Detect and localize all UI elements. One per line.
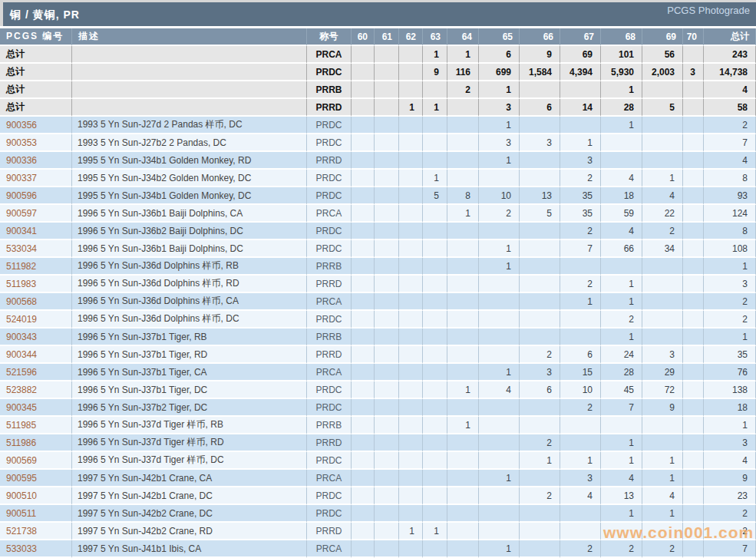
pcgs-number-link[interactable]: 511985	[6, 420, 36, 431]
grade-62-cell	[399, 205, 423, 223]
pcgs-number-link[interactable]: 511983	[6, 279, 36, 289]
designation-cell: PRRB	[307, 81, 352, 99]
header-designation: 称号	[307, 28, 352, 46]
grade-69-cell	[642, 329, 683, 346]
header-grade-62: 62	[399, 28, 423, 46]
pcgs-number-link[interactable]: 900596	[6, 190, 37, 201]
table-row: 9005971996 5 Yn Sun-J36b1 Baiji Dolphins…	[0, 205, 756, 223]
pcgs-number-cell: 900569	[0, 452, 72, 470]
designation-cell: PRDC	[307, 505, 352, 523]
pcgs-number-link[interactable]: 521738	[6, 526, 37, 537]
coin-description: 1996 5 Yn Sun-J37b2 Tiger, DC	[72, 399, 307, 417]
grade-68-cell: 1	[601, 117, 642, 134]
summary-label: 总计	[0, 46, 72, 64]
pcgs-photograde-link[interactable]: PCGS Photograde	[667, 5, 750, 16]
grade-70-cell	[683, 452, 704, 470]
pcgs-number-link[interactable]: 900569	[6, 455, 37, 466]
coin-description: 1996 5 Yn Sun-J36b1 Baiji Dolphins, DC	[72, 240, 307, 258]
grade-63-cell: 5	[423, 187, 447, 205]
grade-65-cell: 3	[479, 134, 520, 152]
header-pcgs-number: PCGS 编号	[0, 28, 72, 46]
pcgs-number-link[interactable]: 900344	[6, 349, 37, 360]
grade-70-cell	[683, 205, 704, 223]
grade-68-cell: 1	[601, 81, 642, 99]
coin-description: 1996 5 Yn Sun-J37b1 Tiger, RB	[72, 329, 307, 346]
designation-cell: PRDC	[307, 311, 352, 329]
pcgs-number-link[interactable]: 521596	[6, 367, 37, 378]
pcgs-number-cell: 533034	[0, 240, 72, 258]
pcgs-number-link[interactable]: 900510	[6, 490, 37, 501]
grade-70-cell	[683, 399, 704, 417]
designation-cell: PRRB	[307, 417, 352, 434]
grade-64-cell	[447, 329, 479, 346]
pcgs-number-link[interactable]: 533034	[6, 243, 37, 254]
grade-61-cell	[375, 346, 399, 364]
pcgs-number-cell: 524019	[0, 311, 72, 329]
grade-65-cell	[479, 346, 520, 364]
grade-61-cell	[375, 81, 399, 99]
pcgs-number-link[interactable]: 900336	[6, 155, 37, 166]
grade-60-cell	[352, 46, 375, 64]
pcgs-number-link[interactable]: 900345	[6, 402, 37, 413]
grade-62-cell	[399, 170, 423, 187]
designation-cell: PRRD	[307, 434, 352, 452]
pcgs-number-link[interactable]: 523882	[6, 385, 37, 395]
grade-67-cell: 35	[560, 205, 601, 223]
grade-64-cell	[447, 152, 479, 170]
coin-description: 1995 5 Yn Sun-J34b2 Golden Monkey, DC	[72, 170, 307, 187]
pcgs-number-link[interactable]: 511986	[6, 437, 36, 448]
grade-63-cell	[423, 364, 447, 381]
grade-61-cell	[375, 205, 399, 223]
grade-65-cell: 1	[479, 470, 520, 487]
grade-62-cell	[399, 134, 423, 152]
coin-description: 1996 5 Yn Sun-J36b1 Baiji Dolphins, CA	[72, 205, 307, 223]
title-bar: 铜 / 黄铜, PR PCGS Photograde	[0, 0, 756, 26]
pcgs-number-cell: 523882	[0, 381, 72, 399]
pcgs-number-link[interactable]: 900356	[6, 120, 37, 130]
grade-60-cell	[352, 258, 375, 276]
pcgs-number-link[interactable]: 900597	[6, 208, 37, 219]
grade-60-cell	[352, 452, 375, 470]
grade-65-cell	[479, 399, 520, 417]
designation-cell: PRDC	[307, 381, 352, 399]
designation-cell: PRDC	[307, 170, 352, 187]
pcgs-number-link[interactable]: 900511	[6, 508, 36, 519]
pcgs-number-link[interactable]: 533033	[6, 543, 37, 554]
pcgs-number-link[interactable]: 900341	[6, 226, 37, 236]
designation-cell: PRCA	[307, 293, 352, 311]
grade-62-cell	[399, 46, 423, 64]
grade-61-cell	[375, 452, 399, 470]
coin-description: 1996 5 Yn Sun-J36b2 Baiji Dolphins, DC	[72, 223, 307, 240]
grade-63-cell	[423, 205, 447, 223]
grade-69-cell: 1	[642, 452, 683, 470]
grade-69-cell: 29	[642, 364, 683, 381]
pcgs-number-link[interactable]: 511982	[6, 261, 36, 272]
pcgs-number-link[interactable]: 900337	[6, 173, 37, 183]
pcgs-number-link[interactable]: 900343	[6, 332, 37, 342]
grade-64-cell: 116	[447, 64, 479, 81]
coin-description: 1997 5 Yn Sun-J42b1 Crane, CA	[72, 470, 307, 487]
grade-66-cell: 9	[520, 46, 560, 64]
grade-62-cell	[399, 223, 423, 240]
designation-cell: PRRD	[307, 152, 352, 170]
table-body: 总计PRCA11696910156243总计PRDC91166991,5844,…	[0, 46, 756, 558]
grade-66-cell	[520, 399, 560, 417]
grade-61-cell	[375, 276, 399, 293]
coin-description: 1997 5 Yn Sun-J41b1 Ibis, CA	[72, 540, 307, 558]
pcgs-number-cell: 900343	[0, 329, 72, 346]
pcgs-number-link[interactable]: 900353	[6, 137, 37, 148]
grade-61-cell	[375, 399, 399, 417]
grade-61-cell	[375, 223, 399, 240]
pcgs-number-link[interactable]: 900568	[6, 296, 37, 307]
pcgs-number-cell: 900568	[0, 293, 72, 311]
grade-63-cell	[423, 381, 447, 399]
grade-70-cell	[683, 470, 704, 487]
grade-60-cell	[352, 311, 375, 329]
grade-69-cell: 34	[642, 240, 683, 258]
pcgs-number-link[interactable]: 900595	[6, 473, 37, 484]
designation-cell: PRCA	[307, 540, 352, 558]
grade-70-cell	[683, 240, 704, 258]
total-cell: 93	[704, 187, 756, 205]
pcgs-number-link[interactable]: 524019	[6, 314, 37, 325]
grade-63-cell	[423, 434, 447, 452]
